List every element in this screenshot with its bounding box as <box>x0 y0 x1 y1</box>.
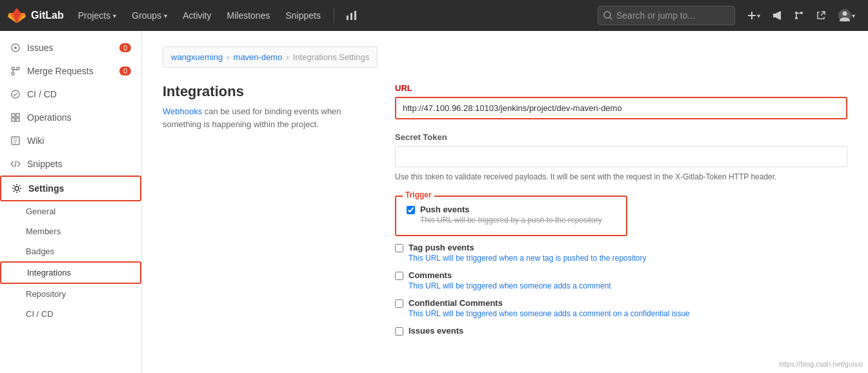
url-label: URL <box>395 83 847 93</box>
sidebar-sub-integrations[interactable]: Integrations <box>0 261 141 284</box>
svg-marker-8 <box>776 11 781 20</box>
push-events-checkbox[interactable] <box>407 206 415 214</box>
confidential-comments-row: Confidential Comments This URL will be t… <box>395 298 847 318</box>
svg-rect-7 <box>773 14 776 17</box>
svg-point-17 <box>12 72 14 75</box>
search-bar[interactable] <box>598 6 735 25</box>
token-label: Secret Token <box>395 132 847 142</box>
svg-point-3 <box>604 12 611 18</box>
gitlab-logo[interactable]: GitLab <box>8 6 64 25</box>
svg-rect-21 <box>12 114 15 117</box>
nav-merge-button[interactable] <box>789 6 809 25</box>
sidebar-item-ci-cd[interactable]: CI / CD <box>0 83 141 106</box>
main-layout: Issues 0 Merge Requests 0 CI / CD Operat… <box>0 31 868 373</box>
nav-right-actions: ▾ ▾ <box>592 5 860 26</box>
nav-chart-icon[interactable] <box>341 6 363 25</box>
nav-projects[interactable]: Projects ▾ <box>72 6 123 25</box>
nav-snippets[interactable]: Snippets <box>279 6 327 25</box>
svg-point-13 <box>843 12 847 16</box>
issues-events-label[interactable]: Issues events <box>409 326 463 336</box>
tag-push-events-row: Tag push events This URL will be trigger… <box>395 243 847 263</box>
sidebar-sub-general[interactable]: General <box>0 201 141 221</box>
svg-rect-2 <box>354 11 356 20</box>
svg-point-15 <box>14 46 17 49</box>
top-navigation: GitLab Projects ▾ Groups ▾ Activity Mile… <box>0 0 868 31</box>
sidebar-sub-members[interactable]: Members <box>0 221 141 241</box>
page-title: Integrations <box>163 83 369 100</box>
svg-line-29 <box>15 161 16 167</box>
webhooks-link[interactable]: Webhooks <box>163 106 202 116</box>
push-events-row: Push events This URL will be triggered b… <box>407 205 616 225</box>
breadcrumb-current: Integrations Settings <box>293 52 370 62</box>
plus-icon <box>747 10 757 21</box>
svg-rect-22 <box>16 114 19 117</box>
sidebar-item-settings[interactable]: Settings <box>0 176 141 201</box>
sidebar-sub-ci-cd[interactable]: CI / CD <box>0 304 141 324</box>
avatar-icon <box>838 8 852 23</box>
breadcrumb-repo[interactable]: maven-demo <box>234 52 283 62</box>
breadcrumb-sep2: › <box>286 52 288 62</box>
comments-checkbox[interactable] <box>395 272 403 280</box>
sidebar: Issues 0 Merge Requests 0 CI / CD Operat… <box>0 31 142 373</box>
chevron-down-icon: ▾ <box>757 12 760 19</box>
breadcrumb-sep1: › <box>227 52 229 62</box>
token-hint: Use this token to validate received payl… <box>395 171 847 183</box>
issues-badge: 0 <box>119 43 131 52</box>
sidebar-sub-repository[interactable]: Repository <box>0 284 141 304</box>
user-avatar[interactable]: ▾ <box>833 5 860 26</box>
chevron-down-icon: ▾ <box>164 12 167 19</box>
right-column: URL Secret Token Use this token to valid… <box>395 83 847 343</box>
issues-icon <box>10 43 21 53</box>
svg-rect-6 <box>748 15 756 16</box>
tag-push-events-desc: This URL will be triggered when a new ta… <box>409 254 646 263</box>
nav-external-button[interactable] <box>811 6 831 25</box>
push-events-label[interactable]: Push events <box>420 205 602 214</box>
snippets-icon <box>10 159 21 169</box>
nav-broadcast-button[interactable] <box>767 6 787 25</box>
merge-icon <box>794 10 804 21</box>
sidebar-item-operations[interactable]: Operations <box>0 106 141 129</box>
wiki-icon <box>10 136 21 146</box>
push-events-desc: This URL will be triggered by a push to … <box>420 216 602 225</box>
nav-groups[interactable]: Groups ▾ <box>125 6 174 25</box>
trigger-legend: Trigger <box>403 190 434 199</box>
svg-line-4 <box>610 17 612 19</box>
issues-events-row: Issues events <box>395 326 847 336</box>
sidebar-item-issues[interactable]: Issues 0 <box>0 36 141 59</box>
sidebar-sub-badges[interactable]: Badges <box>0 241 141 261</box>
svg-rect-0 <box>347 15 348 20</box>
sidebar-item-merge-requests[interactable]: Merge Requests 0 <box>0 59 141 83</box>
nav-milestones[interactable]: Milestones <box>221 6 277 25</box>
left-column: Integrations Webhooks can be used for bi… <box>163 83 369 343</box>
chevron-down-icon: ▾ <box>113 12 116 19</box>
tag-push-events-label[interactable]: Tag push events <box>409 243 646 252</box>
issues-events-checkbox[interactable] <box>395 327 403 336</box>
svg-rect-23 <box>12 118 15 121</box>
url-input[interactable] <box>395 97 847 119</box>
breadcrumb-owner[interactable]: wangxueming <box>171 52 223 62</box>
svg-rect-24 <box>16 118 19 121</box>
svg-point-30 <box>15 186 19 190</box>
nav-activity[interactable]: Activity <box>176 6 217 25</box>
comments-desc: This URL will be triggered when someone … <box>409 281 611 290</box>
watermark: https://blog.csdn.net/guissi <box>779 360 863 368</box>
trigger-section: Trigger Push events This URL will be tri… <box>395 196 847 336</box>
tag-push-events-checkbox[interactable] <box>395 244 403 252</box>
sidebar-item-wiki[interactable]: Wiki <box>0 129 141 152</box>
sidebar-item-snippets[interactable]: Snippets <box>0 152 141 176</box>
nav-add-button[interactable]: ▾ <box>742 6 765 25</box>
content-area: Integrations Webhooks can be used for bi… <box>163 83 847 343</box>
nav-divider <box>334 8 334 23</box>
confidential-comments-label[interactable]: Confidential Comments <box>409 298 690 308</box>
ci-cd-icon <box>10 89 21 99</box>
token-field-group: Secret Token Use this token to validate … <box>395 132 847 183</box>
comments-label[interactable]: Comments <box>409 270 611 280</box>
chevron-down-icon: ▾ <box>852 12 855 19</box>
search-input[interactable] <box>616 6 729 25</box>
operations-icon <box>10 112 21 123</box>
page-description: Webhooks can be used for binding events … <box>163 105 369 130</box>
breadcrumb: wangxueming › maven-demo › Integrations … <box>163 46 378 68</box>
confidential-comments-checkbox[interactable] <box>395 299 403 308</box>
main-content: wangxueming › maven-demo › Integrations … <box>142 31 868 373</box>
token-input[interactable] <box>395 146 847 167</box>
